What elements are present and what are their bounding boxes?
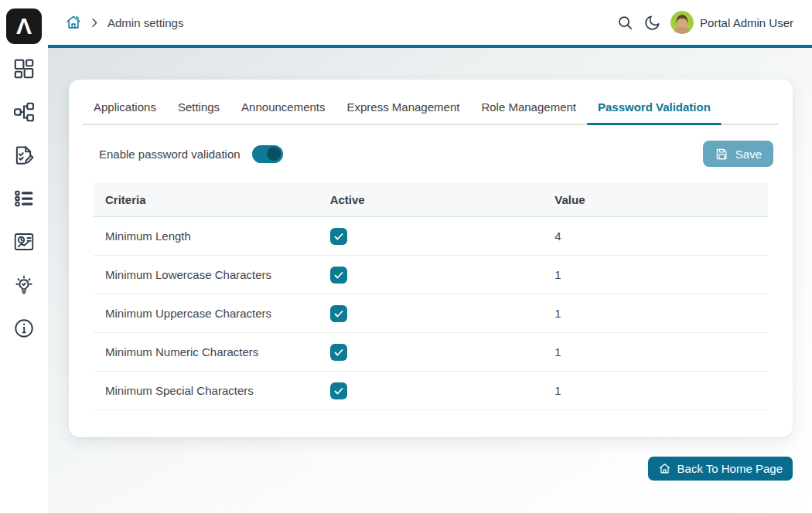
tab-announcements[interactable]: Announcements	[230, 100, 336, 124]
profile-menu[interactable]: Portal Admin User	[670, 11, 793, 34]
enable-validation-label: Enable password validation	[99, 148, 241, 161]
save-button[interactable]: Save	[703, 141, 773, 167]
main-column: Admin settings	[48, 0, 812, 513]
active-checkbox[interactable]	[330, 267, 347, 284]
save-button-label: Save	[735, 148, 762, 161]
chevron-right-icon	[89, 17, 101, 29]
column-header-active: Active	[319, 183, 544, 217]
criteria-cell: Minimum Numeric Characters	[94, 333, 319, 372]
dashboard-icon	[12, 57, 36, 80]
save-icon	[715, 147, 729, 161]
sidebar-nav	[12, 56, 36, 341]
breadcrumb-home-button[interactable]	[65, 14, 82, 31]
criteria-cell: Minimum Length	[94, 217, 319, 256]
logo-glyph: Λ	[16, 15, 32, 38]
tab-bar: Applications Settings Announcements Expr…	[83, 100, 779, 125]
app-logo[interactable]: Λ	[6, 8, 42, 44]
password-criteria-table: Criteria Active Value Minimum Length	[94, 183, 768, 410]
criteria-cell: Minimum Uppercase Characters	[94, 294, 319, 333]
value-cell: 1	[543, 333, 768, 372]
user-name: Portal Admin User	[700, 16, 793, 29]
header-actions: Portal Admin User	[616, 11, 793, 34]
home-icon	[65, 14, 82, 31]
check-icon	[333, 308, 344, 319]
enable-validation-toggle[interactable]	[252, 145, 283, 163]
admin-settings-card: Applications Settings Announcements Expr…	[69, 80, 793, 437]
tab-settings[interactable]: Settings	[167, 100, 230, 124]
check-icon	[333, 231, 344, 242]
content-area: Applications Settings Announcements Expr…	[48, 48, 812, 513]
tab-express-management[interactable]: Express Management	[336, 100, 471, 124]
report-icon	[12, 230, 36, 253]
footer-actions: Back To Home Page	[69, 457, 793, 481]
active-checkbox[interactable]	[330, 305, 347, 322]
info-icon	[12, 317, 36, 340]
hierarchy-icon	[12, 100, 36, 124]
active-checkbox[interactable]	[330, 228, 347, 245]
moon-icon	[643, 14, 661, 32]
table-row: Minimum Special Characters 1	[94, 372, 768, 410]
search-button[interactable]	[616, 14, 634, 32]
home-icon	[658, 462, 671, 475]
table-header-row: Criteria Active Value	[94, 183, 768, 217]
table-row: Minimum Lowercase Characters 1	[94, 256, 768, 294]
check-icon	[333, 270, 344, 280]
breadcrumb-current: Admin settings	[107, 16, 183, 29]
column-header-value: Value	[543, 183, 768, 217]
table-row: Minimum Uppercase Characters 1	[94, 294, 768, 333]
value-cell: 1	[543, 256, 768, 294]
sidebar-item-hierarchy[interactable]	[12, 100, 36, 124]
tab-password-validation[interactable]: Password Validation	[587, 100, 722, 124]
value-cell: 1	[543, 372, 768, 410]
app-root: Λ	[0, 0, 812, 513]
sidebar-item-forms[interactable]	[12, 143, 36, 168]
check-icon	[333, 386, 344, 396]
sidebar-item-dashboard[interactable]	[12, 56, 36, 81]
toggle-knob	[267, 147, 281, 161]
sidebar-item-reports[interactable]	[12, 229, 36, 254]
check-icon	[333, 347, 344, 358]
idea-icon	[12, 273, 36, 297]
form-edit-icon	[12, 144, 36, 167]
tab-applications[interactable]: Applications	[83, 100, 167, 124]
sidebar-item-info[interactable]	[12, 316, 36, 341]
search-icon	[616, 14, 634, 32]
sidebar-item-list[interactable]	[12, 186, 36, 211]
list-icon	[12, 187, 36, 210]
criteria-cell: Minimum Special Characters	[94, 372, 319, 410]
dark-mode-toggle-button[interactable]	[643, 14, 661, 32]
breadcrumb: Admin settings	[65, 14, 183, 31]
value-cell: 1	[543, 294, 768, 333]
sidebar-item-ideas[interactable]	[12, 273, 36, 297]
avatar	[670, 11, 694, 34]
top-header: Admin settings	[48, 0, 812, 48]
sidebar: Λ	[0, 0, 48, 513]
active-checkbox[interactable]	[330, 344, 347, 361]
table-row: Minimum Numeric Characters 1	[94, 333, 768, 372]
table-row: Minimum Length 4	[94, 217, 768, 256]
back-to-home-button[interactable]: Back To Home Page	[648, 457, 793, 481]
back-to-home-label: Back To Home Page	[677, 462, 783, 475]
column-header-criteria: Criteria	[94, 183, 319, 217]
tab-role-management[interactable]: Role Management	[470, 100, 587, 124]
criteria-cell: Minimum Lowercase Characters	[94, 256, 319, 294]
value-cell: 4	[543, 217, 768, 256]
password-validation-toolbar: Enable password validation	[99, 141, 768, 167]
active-checkbox[interactable]	[330, 382, 347, 399]
